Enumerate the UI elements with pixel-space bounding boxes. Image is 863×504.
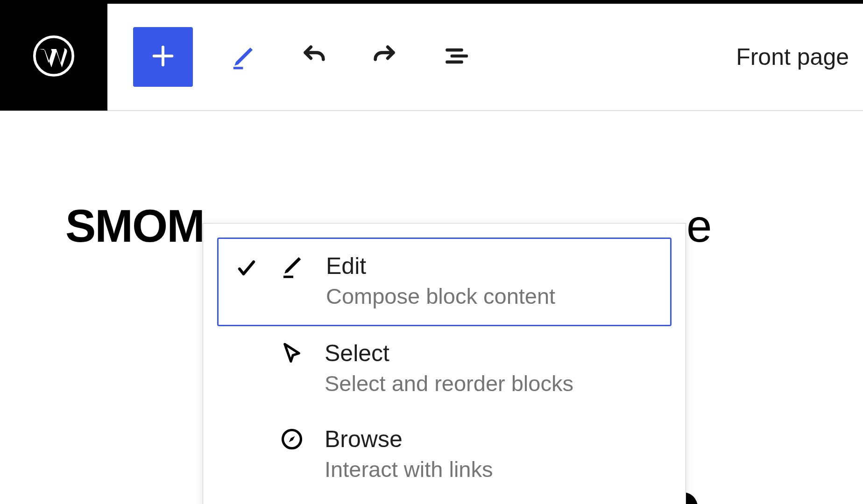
tool-option-title: Browse [325, 425, 658, 453]
tool-option-title: Edit [326, 252, 656, 280]
pencil-icon [230, 42, 259, 72]
list-view-icon [440, 42, 469, 72]
tools-dropdown: Edit Compose block content Select Select… [203, 223, 686, 504]
tool-option-browse[interactable]: Browse Interact with links [217, 412, 672, 498]
plus-icon [149, 42, 177, 71]
page-title-label[interactable]: Front page [736, 43, 863, 70]
add-block-button[interactable] [133, 27, 193, 87]
top-black-bar [0, 0, 863, 4]
tools-button[interactable] [226, 38, 263, 76]
tool-option-desc: Select and reorder blocks [325, 368, 658, 399]
wordpress-icon [33, 35, 75, 79]
check-icon [234, 256, 259, 282]
document-overview-button[interactable] [436, 38, 473, 76]
tool-option-select[interactable]: Select Select and reorder blocks [217, 326, 672, 412]
redo-button[interactable] [366, 38, 403, 76]
cursor-icon [280, 341, 304, 367]
tool-option-desc: Compose block content [326, 281, 656, 312]
tool-option-title: Select [325, 339, 658, 367]
svg-rect-1 [233, 67, 243, 69]
compass-icon [280, 427, 304, 453]
pencil-icon [280, 254, 306, 282]
wordpress-logo-button[interactable] [0, 3, 107, 111]
svg-rect-5 [283, 276, 293, 278]
editor-toolbar: Front page [0, 4, 863, 111]
undo-icon [301, 42, 328, 71]
partial-text-fragment: e [686, 200, 712, 252]
toolbar-actions [107, 27, 473, 87]
redo-icon [371, 42, 398, 71]
undo-button[interactable] [296, 38, 333, 76]
tool-option-desc: Interact with links [325, 454, 658, 485]
tool-option-edit[interactable]: Edit Compose block content [217, 238, 672, 326]
editor-canvas: SMOM e Welcom Edit Compose block content [0, 111, 863, 252]
